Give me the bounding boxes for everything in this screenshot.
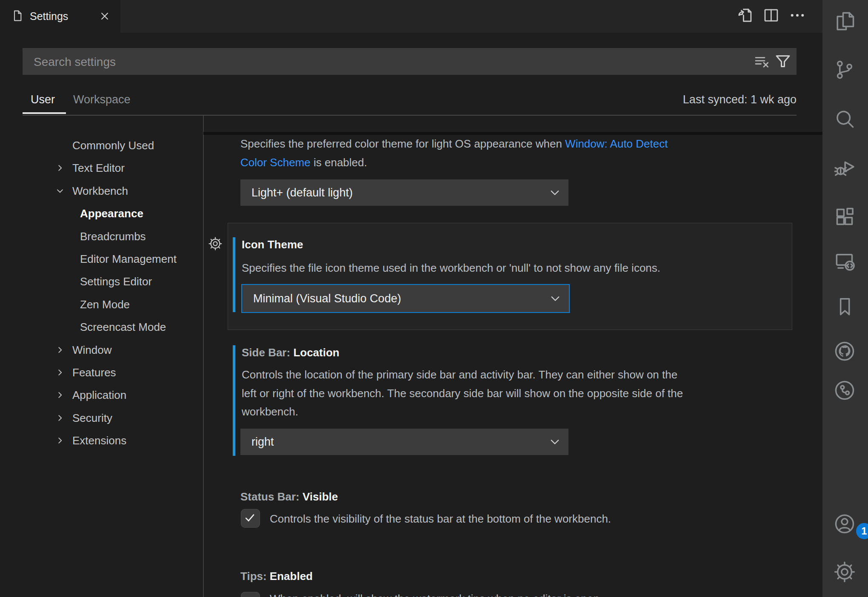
explorer-icon[interactable] <box>833 9 857 33</box>
sidebar-item-settings-editor[interactable]: Settings Editor <box>17 270 203 293</box>
tab-user[interactable]: User <box>31 93 55 106</box>
settings-scroll-shadow <box>203 132 822 135</box>
sidebar-item-label: Appearance <box>80 202 143 225</box>
modified-indicator <box>233 237 235 312</box>
setting-category: Status Bar: <box>240 490 303 503</box>
sidebar-item-commonly-used[interactable]: Commonly Used <box>17 134 203 156</box>
setting-description: Controls the location of the primary sid… <box>242 366 677 383</box>
vscode-settings-window: Settings User Workspace Last sy <box>0 0 868 597</box>
more-actions-icon[interactable] <box>788 6 806 24</box>
setting-link[interactable]: Window: Auto Detect <box>565 137 668 150</box>
select-value: Light+ (default light) <box>251 179 353 206</box>
chevron-right-icon <box>54 162 66 173</box>
chevron-right-icon <box>54 389 66 401</box>
filter-settings-icon[interactable] <box>773 52 793 71</box>
search-icon[interactable] <box>833 107 857 131</box>
extensions-icon[interactable] <box>833 205 857 229</box>
active-tab-underline <box>23 112 66 114</box>
chevron-down-icon <box>547 185 562 200</box>
sidebar-item-label: Commonly Used <box>72 134 154 156</box>
setting-description: Controls the visibility of the status ba… <box>270 510 611 527</box>
split-editor-icon[interactable] <box>762 6 780 24</box>
clear-search-icon[interactable] <box>753 53 771 71</box>
select-value: Minimal (Visual Studio Code) <box>253 285 401 312</box>
setting-name: Icon Theme <box>242 238 303 251</box>
tab-title: Settings <box>30 0 68 33</box>
sidebar-item-breadcrumbs[interactable]: Breadcrumbs <box>17 225 203 247</box>
header-divider <box>23 115 797 116</box>
sidebar-item-screencast-mode[interactable]: Screencast Mode <box>17 316 203 338</box>
toc-splitter[interactable] <box>203 116 204 597</box>
bookmarks-icon[interactable] <box>833 295 857 318</box>
setting-description: workbench. <box>242 403 298 420</box>
sidebar-location-select[interactable]: right <box>240 429 568 455</box>
github-icon[interactable] <box>833 339 857 363</box>
setting-title: Status Bar: Visible <box>240 490 338 503</box>
editor-tab-strip: Settings <box>0 0 822 33</box>
sidebar-item-label: Breadcrumbs <box>80 225 146 247</box>
setting-description: When enabled, will show the watermark ti… <box>270 590 602 597</box>
chevron-down-icon <box>54 185 66 196</box>
setting-description: left or right of the workbench. The seco… <box>242 385 683 402</box>
gitlens-icon[interactable] <box>833 378 857 402</box>
setting-link[interactable]: Color Scheme <box>240 156 311 169</box>
source-control-icon[interactable] <box>833 58 857 82</box>
manage-gear-icon[interactable] <box>833 560 857 584</box>
close-icon[interactable] <box>98 9 111 23</box>
sidebar-item-workbench[interactable]: Workbench <box>17 180 203 202</box>
icon-theme-select[interactable]: Minimal (Visual Studio Code) <box>241 284 570 313</box>
sidebar-item-zen-mode[interactable]: Zen Mode <box>17 293 203 316</box>
setting-name: Visible <box>303 490 338 503</box>
select-value: right <box>251 429 274 455</box>
sidebar-item-label: Editor Management <box>80 248 177 270</box>
statusbar-visible-checkbox[interactable] <box>241 509 260 528</box>
setting-name: Location <box>293 346 339 359</box>
chevron-right-icon <box>54 412 66 424</box>
file-icon <box>10 9 24 24</box>
sidebar-item-label: Workbench <box>72 180 128 202</box>
tab-workspace[interactable]: Workspace <box>73 93 131 106</box>
sidebar-item-security[interactable]: Security <box>17 407 203 429</box>
sidebar-item-editor-management[interactable]: Editor Management <box>17 248 203 270</box>
description-text: Specifies the preferred color theme for … <box>240 137 565 150</box>
setting-title: Side Bar: Location <box>242 346 340 359</box>
run-and-debug-icon[interactable] <box>833 156 857 179</box>
settings-search-box <box>23 48 797 75</box>
sidebar-item-window[interactable]: Window <box>17 339 203 361</box>
account-badge: 1 <box>856 523 868 539</box>
remote-explorer-icon[interactable] <box>833 250 857 273</box>
modified-indicator <box>233 345 235 456</box>
sidebar-item-label: Security <box>72 407 112 429</box>
activity-bar: 1 <box>822 0 868 597</box>
tab-settings[interactable]: Settings <box>0 0 120 33</box>
sidebar-item-appearance[interactable]: Appearance <box>17 202 203 225</box>
open-settings-json-icon[interactable] <box>736 6 754 24</box>
sidebar-item-application[interactable]: Application <box>17 384 203 406</box>
description-text: is enabled. <box>311 156 367 169</box>
setting-category: Side Bar: <box>242 346 293 359</box>
setting-title: Tips: Enabled <box>240 570 313 583</box>
sidebar-item-label: Extensions <box>72 429 126 452</box>
chevron-down-icon <box>547 434 562 449</box>
sidebar-item-label: Window <box>72 339 111 361</box>
last-synced-status: Last synced: 1 wk ago <box>584 93 797 106</box>
sidebar-item-features[interactable]: Features <box>17 361 203 384</box>
setting-gear-icon[interactable] <box>208 236 223 251</box>
sidebar-item-label: Zen Mode <box>80 293 130 316</box>
chevron-down-icon <box>548 291 563 306</box>
search-input[interactable] <box>33 48 732 76</box>
sidebar-item-label: Settings Editor <box>80 270 152 293</box>
preferred-light-color-theme-select[interactable]: Light+ (default light) <box>240 179 568 206</box>
icon-theme-setting-row <box>228 223 792 330</box>
sidebar-item-label: Features <box>72 361 116 384</box>
chevron-right-icon <box>54 344 66 355</box>
chevron-right-icon <box>54 367 66 378</box>
setting-name: Enabled <box>270 570 313 583</box>
setting-description: Color Scheme is enabled. <box>240 154 367 171</box>
account-icon[interactable]: 1 <box>833 512 857 536</box>
tips-enabled-checkbox[interactable] <box>241 592 260 597</box>
sidebar-item-text-editor[interactable]: Text Editor <box>17 157 203 179</box>
setting-category: Tips: <box>240 570 270 583</box>
sidebar-item-label: Application <box>72 384 126 406</box>
sidebar-item-extensions[interactable]: Extensions <box>17 429 203 452</box>
